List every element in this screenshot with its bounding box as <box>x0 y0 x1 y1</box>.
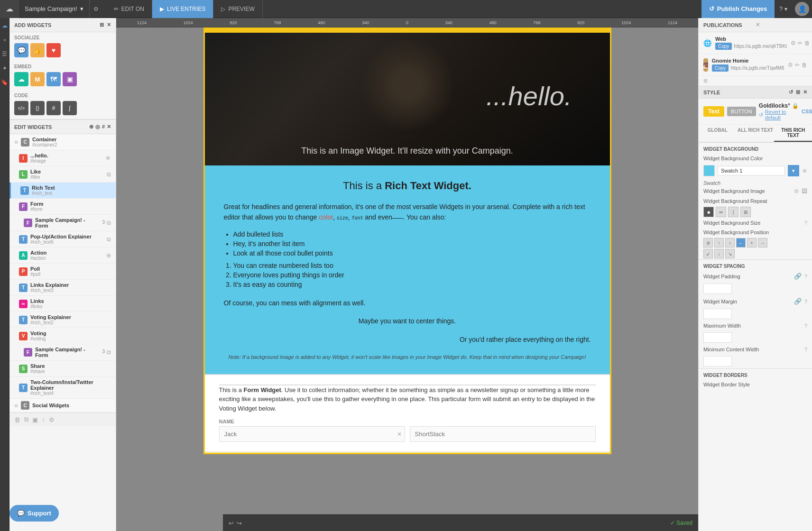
circle-icon[interactable]: ◎ <box>95 124 100 130</box>
widget-item-container2[interactable]: ⊖ C Container #container2 <box>9 134 116 150</box>
pub-edit-icon[interactable]: ✏ <box>798 40 803 46</box>
swatch-clear-btn[interactable]: ✕ <box>802 167 807 174</box>
redo-icon[interactable]: ↪ <box>237 520 242 527</box>
pos-right[interactable]: → <box>758 238 767 247</box>
sidebar-icon-home[interactable]: ☁ <box>0 21 9 30</box>
swatch-dropdown-btn[interactable]: ▾ <box>788 165 799 176</box>
close-panel-icon[interactable]: ✕ <box>107 22 111 28</box>
repeat-both-icon[interactable]: ⊞ <box>740 207 751 217</box>
bg-image-upload-icon[interactable]: 🖼 <box>802 188 807 194</box>
pos-left[interactable]: ← <box>736 238 746 247</box>
widget-btn-embed-map[interactable]: 🗺 <box>46 72 61 86</box>
widget-btn-social-like[interactable]: ♥ <box>46 43 61 57</box>
style-tab-all-rich[interactable]: ALL RICH TEXT <box>737 125 775 142</box>
help-button[interactable]: ? ▾ <box>775 0 792 18</box>
mini-icon1[interactable]: ⊞ <box>703 78 708 84</box>
copy-widget-icon[interactable]: ⧉ <box>24 416 28 423</box>
pub-delete-icon[interactable]: 🗑 <box>804 40 810 46</box>
widget-item-share[interactable]: S Share #share <box>9 361 116 377</box>
pub-edit-icon2[interactable]: ✏ <box>795 62 800 68</box>
pos-center-h[interactable]: + <box>747 238 757 247</box>
widget-item-action[interactable]: A Action #action ⊕ <box>9 247 116 264</box>
pos-down-right[interactable]: ↘ <box>725 249 735 258</box>
bg-image-clear-icon[interactable]: ⊘ <box>794 188 799 194</box>
repeat-x-icon[interactable]: ⇔ <box>716 207 726 217</box>
pub-copy-social-button[interactable]: Copy <box>712 64 729 72</box>
sidebar-icon-layers[interactable]: ☰ <box>0 49 9 59</box>
widget-btn-code-extra[interactable]: ∫ <box>63 101 77 115</box>
repeat-none-icon[interactable]: ■ <box>703 207 714 217</box>
collapse-icon[interactable]: ⊖ <box>14 139 18 145</box>
min-content-width-help[interactable]: ? <box>804 347 807 352</box>
margin-link-icon[interactable]: 🔗 <box>794 298 802 305</box>
pos-none[interactable]: ⊘ <box>703 238 713 247</box>
expand-style-icon[interactable]: ⊞ <box>796 89 800 95</box>
support-button[interactable]: 💬 Support <box>9 505 59 522</box>
pos-down[interactable]: ↓ <box>714 249 724 258</box>
tab-edit-on[interactable]: ✏ EDIT ON <box>106 0 152 18</box>
revert-link[interactable]: Revert to default <box>765 109 799 120</box>
widget-item-like[interactable]: L Like #like ⧉ <box>9 166 116 183</box>
input-clear-icon[interactable]: ✕ <box>394 431 405 438</box>
widget-btn-embed-box[interactable]: ▣ <box>63 72 77 86</box>
widget-item-form[interactable]: F Form #form <box>9 199 116 215</box>
widget-item-form-campaign[interactable]: F Sample Campaign! - Form 3 ⧉ <box>9 215 116 231</box>
hash-icon[interactable]: # <box>102 124 105 130</box>
widget-item-voting-campaign[interactable]: F Sample Campaign! - Form 3 ⧉ <box>9 344 116 361</box>
bg-size-help[interactable]: ? <box>804 220 807 226</box>
sidebar-icon-style[interactable]: ✦ <box>0 64 9 73</box>
pos-down-left[interactable]: ↙ <box>703 249 713 258</box>
repeat-y-icon[interactable]: | <box>728 207 738 217</box>
grid-icon[interactable]: ⊞ <box>100 22 104 28</box>
widget-item-popup[interactable]: T Pop-Up/Action Explainer #rich_text6 ⧉ <box>9 231 116 247</box>
copy-icon[interactable]: ⧉ <box>107 236 111 243</box>
settings-icon[interactable]: ⚙ <box>90 6 102 12</box>
form-input-firstname[interactable] <box>220 427 394 441</box>
refresh-style-icon[interactable]: ↺ <box>789 89 793 95</box>
campaign-selector[interactable]: Sample Campaign! ▾ <box>19 0 90 18</box>
sidebar-icon-add[interactable]: ＋ <box>0 35 9 45</box>
collapse-widget-icon[interactable]: ▣ <box>32 416 38 423</box>
pub-delete-icon2[interactable]: 🗑 <box>802 62 807 68</box>
pub-copy-web-button[interactable]: Copy <box>715 43 732 50</box>
widget-item-image[interactable]: I ...hello. #image 👁 <box>9 150 116 166</box>
max-width-input[interactable] <box>703 332 732 343</box>
widget-btn-code-js[interactable]: {} <box>30 101 45 115</box>
move-up-icon[interactable]: ↑ <box>42 416 45 423</box>
max-width-help[interactable]: ? <box>804 323 807 329</box>
widget-item-links[interactable]: ∞ Links #links <box>9 296 116 312</box>
visibility-icon[interactable]: 👁 <box>105 155 111 162</box>
sidebar-icon-bookmark[interactable]: 🔖 <box>0 78 9 87</box>
widget-btn-embed-cloud[interactable]: ☁ <box>14 72 28 86</box>
pub-settings-icon[interactable]: ⚙ <box>791 40 796 46</box>
margin-input[interactable] <box>703 309 732 319</box>
widget-btn-embed-m[interactable]: M <box>30 72 45 86</box>
tab-live-entries[interactable]: ▶ LIVE ENTRIES <box>152 0 213 18</box>
margin-help[interactable]: ? <box>804 299 807 304</box>
delete-icon[interactable]: 🗑 <box>14 416 20 423</box>
widget-item-links-explainer[interactable]: T Links Explainer #rich_text3 <box>9 280 116 296</box>
style-text-button[interactable]: Text <box>703 106 724 117</box>
min-content-input[interactable] <box>703 356 732 366</box>
copy-icon2[interactable]: ⧉ <box>107 349 111 356</box>
widget-item-rich-text[interactable]: T Rich Text #rich_text <box>9 183 116 199</box>
padding-help[interactable]: ? <box>804 274 807 279</box>
close-style-icon[interactable]: ✕ <box>803 89 807 95</box>
widget-item-voting[interactable]: V Voting #voting <box>9 328 116 344</box>
widget-btn-social-vote[interactable]: 👍 <box>30 43 45 57</box>
pos-up[interactable]: ↑ <box>714 238 724 247</box>
pos-center-v[interactable]: ↕ <box>725 238 735 247</box>
css-link[interactable]: CSS <box>802 109 812 114</box>
padding-input[interactable] <box>703 284 732 294</box>
settings-w-icon[interactable]: ⚙ <box>49 416 55 423</box>
tab-preview[interactable]: ▷ PREVIEW <box>213 0 262 18</box>
pub-settings-icon2[interactable]: ⚙ <box>788 62 793 68</box>
widget-item-poll[interactable]: P Poll #poll <box>9 264 116 280</box>
widget-btn-code-html[interactable]: </> <box>14 101 28 115</box>
copy-icon[interactable]: ⧉ <box>107 171 111 178</box>
publications-close-icon[interactable]: ✕ <box>756 22 808 28</box>
expand-icon[interactable]: ⊖ <box>14 403 18 408</box>
settings-icon[interactable]: ⊕ <box>106 252 111 259</box>
padding-link-icon[interactable]: 🔗 <box>794 273 802 280</box>
widget-btn-social-share[interactable]: 💬 <box>14 43 28 57</box>
